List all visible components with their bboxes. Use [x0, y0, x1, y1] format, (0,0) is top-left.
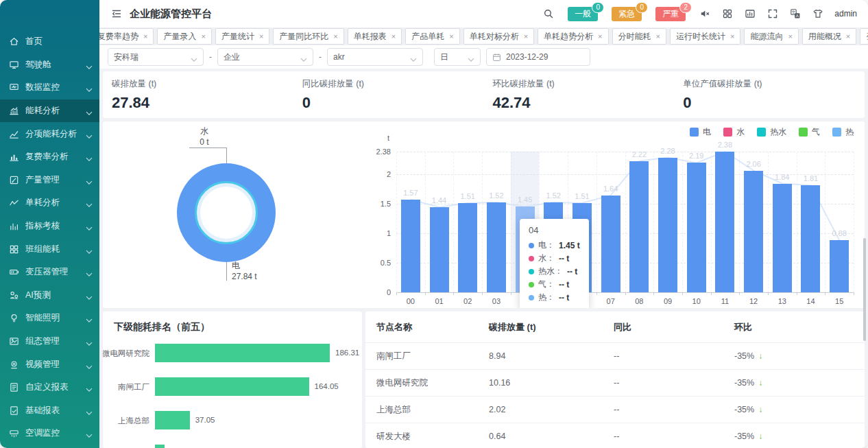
tab-9[interactable]: 运行时长统计×	[670, 28, 740, 45]
rank-bar-0[interactable]	[155, 344, 330, 362]
bar-03[interactable]	[487, 202, 506, 292]
bar-12[interactable]	[744, 171, 763, 292]
close-icon[interactable]: ×	[333, 33, 337, 40]
v-gridline	[711, 152, 712, 292]
tab-2[interactable]: 产量统计×	[215, 28, 269, 45]
tab-1[interactable]: 产量录入×	[157, 28, 211, 45]
tab-10[interactable]: 能源流向×	[744, 28, 798, 45]
bar-07[interactable]	[601, 196, 620, 292]
page-title: 企业能源管控平台	[130, 8, 212, 21]
edit-icon	[9, 175, 19, 185]
alarm-button-0[interactable]: 一般0	[568, 7, 598, 21]
bar-15[interactable]	[830, 240, 849, 292]
close-icon[interactable]: ×	[201, 33, 205, 40]
period-select[interactable]: 日	[434, 48, 481, 66]
org-select[interactable]: 安科瑞	[108, 48, 204, 66]
tab-4[interactable]: 单耗报表×	[348, 28, 402, 45]
bar-13[interactable]	[773, 184, 792, 292]
scrollbar[interactable]	[863, 238, 866, 341]
sidebar-item-6[interactable]: 产量管理	[0, 169, 99, 192]
close-icon[interactable]: ×	[788, 33, 792, 40]
legend-item-热[interactable]: 热	[832, 126, 854, 138]
tab-0[interactable]: 复费率趋势×	[99, 28, 154, 45]
close-icon[interactable]: ×	[598, 33, 602, 40]
sidebar-item-9[interactable]: 班组能耗	[0, 237, 99, 261]
chart-screen-icon[interactable]	[744, 8, 756, 20]
rank-bar-1[interactable]	[155, 377, 309, 396]
bar-14[interactable]	[801, 185, 820, 292]
sidebar-item-label: 自定义报表	[25, 381, 86, 393]
bar-11[interactable]	[715, 152, 734, 292]
mom-value: -35%	[734, 351, 754, 361]
sidebar-item-15[interactable]: 自定义报表	[0, 376, 99, 399]
bar-00[interactable]	[401, 200, 420, 292]
bar-08[interactable]	[629, 161, 649, 292]
sidebar-item-8[interactable]: 指标考核	[0, 215, 99, 238]
sidebar-item-14[interactable]: 视频管理	[0, 353, 99, 376]
bar-01[interactable]	[430, 207, 449, 292]
alarm-label: 一般	[575, 8, 591, 20]
close-icon[interactable]: ×	[656, 33, 660, 40]
x-axis-tick	[768, 292, 769, 295]
cell-yoy: --	[614, 378, 734, 388]
sidebar-item-5[interactable]: 复费率分析	[0, 145, 99, 169]
menu-collapse-icon[interactable]	[110, 8, 123, 20]
sidebar-item-10[interactable]: 变压器管理	[0, 261, 99, 284]
rank-bar-3[interactable]	[155, 445, 165, 448]
sidebar-item-4[interactable]: 分项能耗分析	[0, 122, 99, 145]
tab-11[interactable]: 用能概况×	[802, 28, 856, 45]
theme-shirt-icon[interactable]	[812, 8, 824, 20]
tab-6[interactable]: 单耗对标分析×	[463, 28, 534, 45]
close-icon[interactable]: ×	[449, 33, 453, 40]
tab-3[interactable]: 产量同比环比×	[273, 28, 343, 45]
search-icon[interactable]	[542, 8, 555, 20]
alarm-button-2[interactable]: 严重2	[655, 7, 686, 21]
level-select[interactable]: 企业	[217, 48, 313, 66]
tab-12[interactable]: 变压器管理×	[860, 28, 868, 45]
apps-grid-icon[interactable]	[721, 8, 734, 20]
sidebar-item-1[interactable]: 驾驶舱	[0, 54, 99, 77]
bar-10[interactable]	[687, 163, 706, 292]
sidebar-item-0[interactable]: 首页	[0, 30, 99, 54]
legend-item-气[interactable]: 气	[799, 126, 820, 138]
close-icon[interactable]: ×	[391, 33, 396, 40]
fullscreen-icon[interactable]	[767, 8, 779, 20]
chevron-down-icon	[86, 408, 93, 413]
bar-02[interactable]	[458, 203, 477, 292]
close-icon[interactable]: ×	[524, 33, 528, 40]
close-icon[interactable]: ×	[846, 33, 850, 40]
sidebar-item-13[interactable]: 组态管理	[0, 330, 99, 353]
sidebar-item-2[interactable]: 数据监控	[0, 76, 99, 99]
x-tick-label: 07	[596, 297, 625, 305]
sidebar-item-17[interactable]: 空调监控	[0, 422, 99, 445]
legend-item-水[interactable]: 水	[723, 126, 745, 138]
tab-5[interactable]: 产品单耗×	[405, 28, 459, 45]
legend-item-电[interactable]: 电	[690, 126, 711, 138]
tooltip-series-dot	[529, 295, 534, 300]
mute-icon[interactable]	[699, 8, 711, 20]
alarm-button-1[interactable]: 紧急0	[612, 7, 642, 21]
translate-icon[interactable]: 文A	[789, 8, 801, 20]
sidebar-item-7[interactable]: 单耗分析	[0, 191, 99, 215]
node-select[interactable]: akr	[327, 48, 423, 66]
sidebar-menu: 首页驾驶舱数据监控能耗分析分项能耗分析复费率分析产量管理单耗分析指标考核班组能耗…	[0, 30, 99, 445]
legend-item-热水[interactable]: 热水	[757, 126, 786, 138]
sidebar-item-3[interactable]: 能耗分析	[0, 99, 99, 123]
sidebar-item-12[interactable]: 智能照明	[0, 307, 99, 330]
date-picker[interactable]: 2023-12-29	[486, 48, 590, 66]
user-name[interactable]: admin	[834, 9, 857, 19]
donut-callout-water-value: 0 t	[184, 137, 225, 148]
bar-value-label: 1.52	[482, 191, 511, 200]
close-icon[interactable]: ×	[143, 33, 147, 40]
table-header: 节点名称 碳排放量 (t) 同比 环比	[365, 311, 865, 343]
rank-bar-2[interactable]	[155, 411, 190, 429]
close-icon[interactable]: ×	[730, 33, 734, 40]
sidebar-item-16[interactable]: 基础报表	[0, 399, 99, 423]
bar-value-label: 1.81	[797, 174, 825, 182]
sidebar-item-11[interactable]: AI预测	[0, 284, 99, 307]
close-icon[interactable]: ×	[259, 33, 263, 40]
tab-8[interactable]: 分时能耗×	[612, 28, 666, 45]
tooltip-series-dot	[529, 256, 534, 261]
bar-09[interactable]	[658, 158, 677, 292]
tab-7[interactable]: 单耗趋势分析×	[538, 28, 608, 45]
